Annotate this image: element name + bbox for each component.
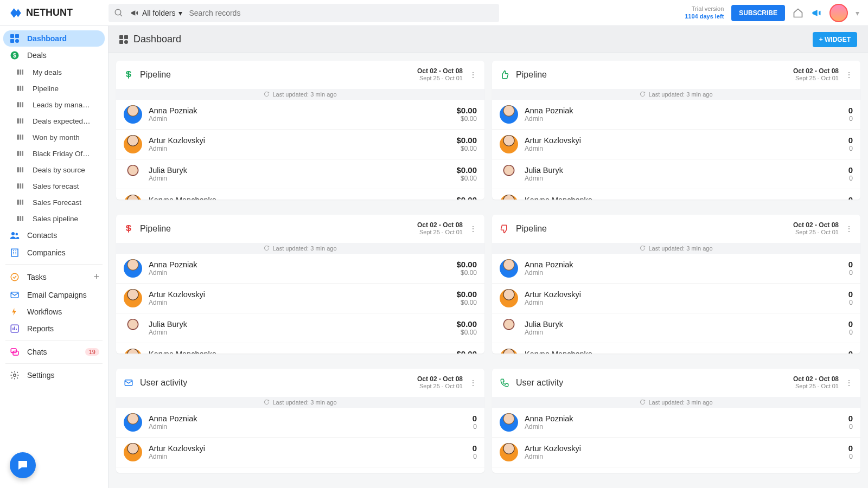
updated-text: Last updated: 3 min ago: [272, 91, 336, 98]
row-value-secondary: 0: [473, 453, 477, 460]
widget-row[interactable]: Artur KozlovskyiAdmin00: [492, 284, 860, 313]
widget-row[interactable]: Anna PozniakAdmin00: [492, 254, 860, 284]
brand-logo[interactable]: NETHUNT: [9, 6, 108, 20]
row-value-secondary: 0: [473, 423, 477, 431]
widget-row[interactable]: Karyna ManchenkoAdmin$0.00$0.00: [116, 189, 484, 200]
widget-row[interactable]: Julia BurykAdmin$0.00$0.00: [116, 159, 484, 189]
sidebar-item-deals-sub[interactable]: Sales pipeline: [3, 210, 105, 227]
avatar: [124, 349, 142, 354]
user-menu-caret-icon[interactable]: ▾: [856, 9, 859, 17]
row-value-primary: $0.00: [456, 165, 477, 175]
widget-row[interactable]: Artur KozlovskyiAdmin00: [492, 130, 860, 159]
sidebar-item-deals-sub[interactable]: Leads by mana…: [3, 97, 105, 113]
sidebar-item-label: Settings: [27, 371, 55, 380]
svg-text:$: $: [13, 52, 16, 59]
sidebar-item-tasks[interactable]: Tasks +: [3, 267, 105, 286]
announce-icon[interactable]: [811, 8, 822, 18]
widget-row[interactable]: Karyna ManchenkoAdmin00: [492, 343, 860, 354]
row-value-secondary: 0: [848, 145, 853, 152]
sidebar-item-deals[interactable]: $ Deals: [3, 47, 105, 64]
sidebar-item-deals-sub[interactable]: Sales forecast: [3, 178, 105, 194]
search-icon[interactable]: [114, 8, 124, 18]
widget-row[interactable]: Anna PozniakAdmin00: [116, 408, 484, 438]
person-role: Admin: [149, 329, 187, 336]
avatar: [124, 443, 142, 461]
sidebar-item-companies[interactable]: Companies: [3, 244, 105, 261]
nav-divider: [5, 340, 103, 341]
sidebar-item-contacts[interactable]: Contacts: [3, 227, 105, 244]
row-value-primary: 0: [848, 136, 853, 145]
widget-header: User activityOct 02 - Oct 08Sept 25 - Oc…: [492, 369, 860, 397]
folder-view-icon: [14, 117, 26, 125]
svg-point-34: [16, 233, 18, 236]
sidebar-item-dashboard[interactable]: Dashboard: [3, 30, 105, 47]
widget-row[interactable]: Karyna ManchenkoAdmin$0.00$0.00: [116, 343, 484, 354]
sidebar-item-deals-sub[interactable]: Deals expected…: [3, 113, 105, 129]
add-widget-button[interactable]: + WIDGET: [813, 32, 857, 47]
widget-dates: Oct 02 - Oct 08Sept 25 - Oct 01: [793, 67, 839, 82]
sidebar-item-workflows[interactable]: Workflows: [3, 304, 105, 320]
row-value-primary: $0.00: [456, 260, 477, 269]
sidebar-item-deals-sub[interactable]: Pipeline: [3, 80, 105, 97]
more-icon[interactable]: ⋮: [845, 70, 853, 79]
widget-row[interactable]: Artur KozlovskyiAdmin$0.00$0.00: [116, 284, 484, 313]
widget-updated: Last updated: 3 min ago: [492, 397, 860, 408]
widget-row[interactable]: Karyna ManchenkoAdmin00: [492, 189, 860, 200]
updated-text: Last updated: 3 min ago: [648, 399, 712, 406]
user-avatar[interactable]: [829, 4, 848, 22]
widget-row[interactable]: Artur KozlovskyiAdmin00: [116, 438, 484, 467]
widget-row[interactable]: Anna PozniakAdmin00: [492, 408, 860, 438]
sidebar-item-email-campaigns[interactable]: Email Campaigns: [3, 286, 105, 304]
date-primary: Oct 02 - Oct 08: [793, 67, 839, 75]
row-value-primary: $0.00: [456, 290, 477, 299]
sidebar-item-label: Dashboard: [27, 34, 67, 43]
sidebar-item-deals-sub[interactable]: Won by month: [3, 129, 105, 145]
date-primary: Oct 02 - Oct 08: [793, 221, 839, 229]
refresh-icon: [640, 245, 646, 251]
widget-row[interactable]: Artur KozlovskyiAdmin00: [492, 438, 860, 467]
sidebar-item-deals-sub[interactable]: Deals by source: [3, 162, 105, 178]
more-icon[interactable]: ⋮: [469, 378, 477, 387]
widget-row[interactable]: Anna PozniakAdmin$0.00$0.00: [116, 254, 484, 284]
search-input[interactable]: [189, 9, 494, 17]
widget-row[interactable]: Julia BurykAdmin00: [492, 313, 860, 343]
widget-row[interactable]: Anna PozniakAdmin00: [492, 100, 860, 130]
folder-view-icon: [14, 182, 26, 190]
avatar: [500, 289, 518, 307]
widget-row[interactable]: Julia BurykAdmin00: [492, 159, 860, 189]
subscribe-button[interactable]: SUBSCRIBE: [731, 5, 785, 21]
dollar-icon: [124, 224, 135, 234]
folders-dropdown[interactable]: All folders ▾: [130, 9, 182, 17]
widget-row[interactable]: Julia BurykAdmin$0.00$0.00: [116, 313, 484, 343]
plus-icon[interactable]: +: [93, 271, 99, 282]
widget-row[interactable]: Artur KozlovskyiAdmin$0.00$0.00: [116, 130, 484, 159]
chevron-down-icon: ▾: [178, 9, 182, 17]
sidebar-item-deals-sub[interactable]: My deals: [3, 64, 105, 80]
widget-body: Anna PozniakAdmin00Artur KozlovskyiAdmin…: [492, 100, 860, 200]
more-icon[interactable]: ⋮: [845, 378, 853, 387]
svg-rect-29: [22, 200, 23, 204]
date-secondary: Sept 25 - Oct 01: [793, 229, 839, 236]
updated-text: Last updated: 3 min ago: [272, 245, 336, 252]
sidebar-item-label: Chats: [27, 348, 47, 356]
more-icon[interactable]: ⋮: [469, 70, 477, 79]
widget-card: User activityOct 02 - Oct 08Sept 25 - Oc…: [492, 369, 860, 473]
row-value-primary: $0.00: [456, 106, 477, 115]
sidebar-item-deals-sub[interactable]: Black Friday Of…: [3, 145, 105, 162]
chat-fab[interactable]: [10, 452, 36, 478]
chat-bubble-icon: [16, 459, 29, 472]
widget-row[interactable]: Anna PozniakAdmin$0.00$0.00: [116, 100, 484, 130]
home-icon[interactable]: [793, 8, 803, 18]
sidebar-item-deals-sub[interactable]: Sales Forecast: [3, 194, 105, 210]
row-value-primary: 0: [848, 260, 853, 269]
more-icon[interactable]: ⋮: [845, 224, 853, 233]
widgets-grid: PipelineOct 02 - Oct 08Sept 25 - Oct 01⋮…: [108, 53, 868, 488]
avatar: [124, 165, 142, 183]
widget-header: PipelineOct 02 - Oct 08Sept 25 - Oct 01⋮: [492, 215, 860, 243]
date-secondary: Sept 25 - Oct 01: [417, 229, 463, 236]
sidebar-item-chats[interactable]: Chats 19: [3, 343, 105, 361]
sidebar-item-reports[interactable]: Reports: [3, 320, 105, 337]
sidebar-item-settings[interactable]: Settings: [3, 367, 105, 384]
more-icon[interactable]: ⋮: [469, 224, 477, 233]
widget-dates: Oct 02 - Oct 08Sept 25 - Oct 01: [793, 221, 839, 236]
